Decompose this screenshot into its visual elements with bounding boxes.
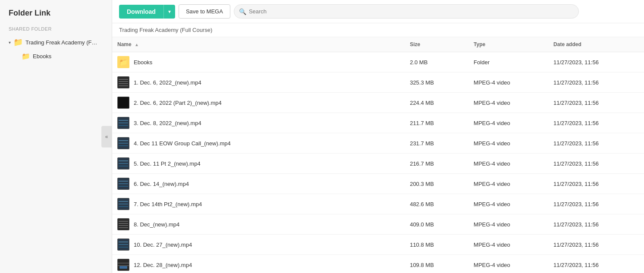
file-name-cell: 4. Dec 11 EOW Group Call_(new).mp4 [112,133,405,154]
table-header-row: Name ▲ Size Type Date added [112,37,644,52]
file-name-cell: 3. Dec. 8, 2022_(new).mp4 [112,113,405,133]
file-name-text: 12. Dec. 28_(new).mp4 [134,262,192,268]
download-button-group: Download ▾ [119,5,175,19]
file-type: MPEG-4 video [468,133,548,154]
sidebar-item-ebooks[interactable]: 📁 Ebooks [0,50,112,63]
file-type: MPEG-4 video [468,72,548,93]
search-container: 🔍 [234,4,579,19]
video-thumbnail [117,157,129,169]
file-name-text: Ebooks [134,59,152,66]
collapse-icon: « [105,134,108,140]
file-size: 482.6 MB [405,194,468,214]
file-size: 224.4 MB [405,93,468,113]
save-to-mega-button[interactable]: Save to MEGA [179,4,230,19]
file-name-cell: 5. Dec. 11 Pt 2_(new).mp4 [112,154,405,174]
file-name-text: 8. Dec_(new).mp4 [134,221,179,228]
file-date: 11/27/2023, 11:56 [548,52,644,72]
table-row[interactable]: 1. Dec. 6, 2022_(new).mp4 325.3 MB MPEG-… [112,72,644,93]
sort-arrow-icon: ▲ [135,42,139,47]
file-size: 109.8 MB [405,255,468,273]
file-size: 2.0 MB [405,52,468,72]
table-row[interactable]: 5. Dec. 11 Pt 2_(new).mp4 216.7 MB MPEG-… [112,154,644,174]
table-row[interactable]: 4. Dec 11 EOW Group Call_(new).mp4 231.7… [112,133,644,154]
table-row[interactable]: 6. Dec. 14_(new).mp4 200.3 MB MPEG-4 vid… [112,174,644,194]
search-icon: 🔍 [239,8,246,15]
col-header-name[interactable]: Name ▲ [112,37,405,52]
file-type: MPEG-4 video [468,93,548,113]
file-name-text: 7. Dec 14th Pt2_(new).mp4 [134,201,202,207]
table-row[interactable]: 3. Dec. 8, 2022_(new).mp4 211.7 MB MPEG-… [112,113,644,133]
video-thumbnail [117,97,129,109]
search-input[interactable] [234,4,579,19]
breadcrumb: Trading Freak Academy (Full Course) [112,23,644,37]
file-type: MPEG-4 video [468,154,548,174]
sidebar: Folder Link Shared folder ▾ 📁 Trading Fr… [0,0,112,273]
file-type: MPEG-4 video [468,255,548,273]
file-name-cell: 12. Dec. 28_(new).mp4 [112,255,405,273]
file-size: 200.3 MB [405,174,468,194]
col-header-date: Date added [548,37,644,52]
col-header-type: Type [468,37,548,52]
table-row[interactable]: 📁 Ebooks 2.0 MB Folder 11/27/2023, 11:56 [112,52,644,72]
sidebar-item-root[interactable]: ▾ 📁 Trading Freak Academy (Full C [0,35,112,50]
download-dropdown-button[interactable]: ▾ [164,5,175,19]
file-name-cell: 2. Dec. 6, 2022 (Part 2)_(new).mp4 [112,93,405,113]
file-date: 11/27/2023, 11:56 [548,113,644,133]
col-header-size: Size [405,37,468,52]
toolbar: Download ▾ Save to MEGA 🔍 [112,0,644,23]
chevron-down-icon: ▾ [9,40,11,45]
file-table-body: 📁 Ebooks 2.0 MB Folder 11/27/2023, 11:56… [112,52,644,273]
file-name-cell: 7. Dec 14th Pt2_(new).mp4 [112,194,405,214]
file-date: 11/27/2023, 11:56 [548,72,644,93]
file-type: MPEG-4 video [468,214,548,235]
file-date: 11/27/2023, 11:56 [548,194,644,214]
video-thumbnail [117,238,129,251]
file-name-cell: 6. Dec. 14_(new).mp4 [112,174,405,194]
file-type: MPEG-4 video [468,174,548,194]
file-type: MPEG-4 video [468,113,548,133]
table-row[interactable]: 8. Dec_(new).mp4 409.0 MB MPEG-4 video 1… [112,214,644,235]
collapse-sidebar-button[interactable]: « [101,126,112,147]
file-name-text: 4. Dec 11 EOW Group Call_(new).mp4 [134,140,231,147]
file-name-text: 2. Dec. 6, 2022 (Part 2)_(new).mp4 [134,100,222,106]
table-row[interactable]: 12. Dec. 28_(new).mp4 109.8 MB MPEG-4 vi… [112,255,644,273]
video-thumbnail [117,117,129,129]
file-date: 11/27/2023, 11:56 [548,174,644,194]
file-size: 110.8 MB [405,235,468,255]
chevron-down-icon: ▾ [168,9,171,15]
table-row[interactable]: 10. Dec. 27_(new).mp4 110.8 MB MPEG-4 vi… [112,235,644,255]
video-thumbnail [117,218,129,230]
root-folder-label: Trading Freak Academy (Full C [25,39,99,46]
file-size: 216.7 MB [405,154,468,174]
file-name-text: 10. Dec. 27_(new).mp4 [134,242,192,248]
file-name-cell: 📁 Ebooks [112,52,405,72]
video-thumbnail [117,198,129,210]
file-name-text: 1. Dec. 6, 2022_(new).mp4 [134,79,201,86]
file-type: MPEG-4 video [468,194,548,214]
file-name-text: 6. Dec. 14_(new).mp4 [134,181,189,187]
ebooks-label: Ebooks [33,53,51,60]
file-date: 11/27/2023, 11:56 [548,235,644,255]
file-date: 11/27/2023, 11:56 [548,154,644,174]
folder-icon: 📁 [22,52,30,60]
table-row[interactable]: 2. Dec. 6, 2022 (Part 2)_(new).mp4 224.4… [112,93,644,113]
table-row[interactable]: 7. Dec 14th Pt2_(new).mp4 482.6 MB MPEG-… [112,194,644,214]
download-button[interactable]: Download [119,5,164,19]
sidebar-title: Folder Link [0,9,112,26]
file-size: 325.3 MB [405,72,468,93]
video-thumbnail [117,137,129,149]
video-thumbnail [117,76,129,88]
main-content: Download ▾ Save to MEGA 🔍 Trading Freak … [112,0,644,273]
file-name-cell: 8. Dec_(new).mp4 [112,214,405,235]
file-table-wrap: Name ▲ Size Type Date added 📁 Ebooks 2.0… [112,37,644,273]
file-date: 11/27/2023, 11:56 [548,133,644,154]
file-size: 211.7 MB [405,113,468,133]
file-date: 11/27/2023, 11:56 [548,214,644,235]
file-date: 11/27/2023, 11:56 [548,93,644,113]
video-thumbnail [117,178,129,190]
folder-icon: 📁 [13,38,23,47]
file-name-text: 3. Dec. 8, 2022_(new).mp4 [134,120,201,126]
file-table: Name ▲ Size Type Date added 📁 Ebooks 2.0… [112,37,644,273]
video-thumbnail [117,259,129,271]
file-name-cell: 10. Dec. 27_(new).mp4 [112,235,405,255]
